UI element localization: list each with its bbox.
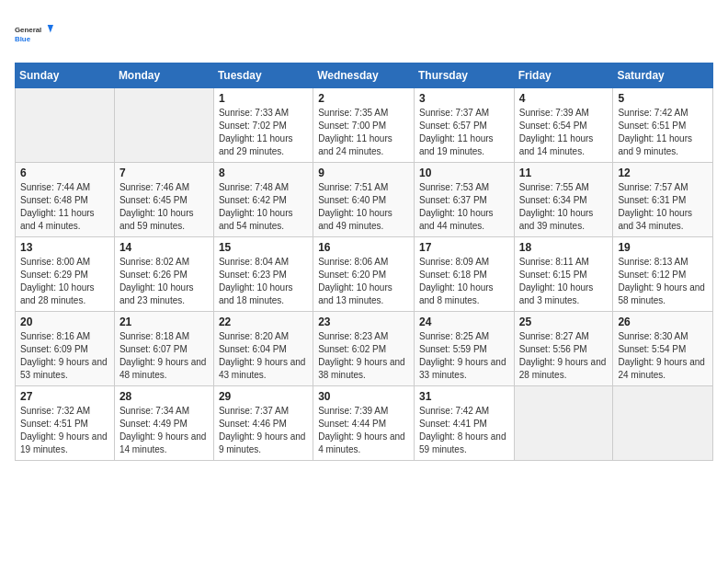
calendar-cell [514,386,613,461]
day-of-week-header: Monday [114,63,213,88]
calendar-cell: 18Sunrise: 8:11 AMSunset: 6:15 PMDayligh… [514,237,613,312]
calendar-cell [613,386,713,461]
day-number: 27 [20,390,109,403]
calendar-cell: 16Sunrise: 8:06 AMSunset: 6:20 PMDayligh… [313,237,415,312]
day-info: Sunrise: 7:53 AMSunset: 6:37 PMDaylight:… [419,181,509,233]
calendar-cell [16,88,115,163]
calendar-cell: 19Sunrise: 8:13 AMSunset: 6:12 PMDayligh… [613,237,713,312]
day-number: 9 [318,167,409,179]
svg-text:Blue: Blue [15,35,31,43]
day-number: 31 [419,390,509,403]
calendar-cell: 2Sunrise: 7:35 AMSunset: 7:00 PMDaylight… [313,88,415,163]
day-info: Sunrise: 8:06 AMSunset: 6:20 PMDaylight:… [318,256,409,307]
calendar-cell: 15Sunrise: 8:04 AMSunset: 6:23 PMDayligh… [213,237,313,312]
day-number: 19 [618,241,708,254]
calendar-cell: 31Sunrise: 7:42 AMSunset: 4:41 PMDayligh… [414,386,514,461]
svg-text:General: General [15,26,41,34]
calendar-cell: 28Sunrise: 7:34 AMSunset: 4:49 PMDayligh… [114,386,213,461]
day-info: Sunrise: 8:25 AMSunset: 5:59 PMDaylight:… [419,330,509,382]
day-info: Sunrise: 8:20 AMSunset: 6:04 PMDaylight:… [219,330,308,382]
calendar-table: SundayMondayTuesdayWednesdayThursdayFrid… [15,63,713,461]
day-number: 22 [219,316,308,328]
calendar-cell: 4Sunrise: 7:39 AMSunset: 6:54 PMDaylight… [514,88,613,163]
calendar-cell: 14Sunrise: 8:02 AMSunset: 6:26 PMDayligh… [114,237,213,312]
day-info: Sunrise: 8:30 AMSunset: 5:54 PMDaylight:… [618,330,708,382]
day-number: 23 [318,316,409,328]
day-info: Sunrise: 8:09 AMSunset: 6:18 PMDaylight:… [419,256,509,307]
day-info: Sunrise: 8:18 AMSunset: 6:07 PMDaylight:… [119,330,209,382]
calendar-cell [114,88,213,163]
day-number: 20 [20,316,109,328]
day-info: Sunrise: 8:04 AMSunset: 6:23 PMDaylight:… [219,256,308,307]
day-number: 5 [618,92,708,105]
day-info: Sunrise: 7:34 AMSunset: 4:49 PMDaylight:… [119,405,209,456]
day-info: Sunrise: 8:11 AMSunset: 6:15 PMDaylight:… [519,256,609,307]
day-number: 6 [20,167,109,179]
day-info: Sunrise: 7:33 AMSunset: 7:02 PMDaylight:… [219,107,308,158]
day-info: Sunrise: 8:27 AMSunset: 5:56 PMDaylight:… [519,330,609,382]
day-of-week-header: Sunday [16,63,115,88]
day-number: 8 [219,167,308,179]
calendar-cell: 26Sunrise: 8:30 AMSunset: 5:54 PMDayligh… [613,312,713,386]
calendar-cell: 10Sunrise: 7:53 AMSunset: 6:37 PMDayligh… [414,163,514,237]
day-info: Sunrise: 7:46 AMSunset: 6:45 PMDaylight:… [119,181,209,233]
calendar-cell: 20Sunrise: 8:16 AMSunset: 6:09 PMDayligh… [16,312,115,386]
day-info: Sunrise: 8:00 AMSunset: 6:29 PMDaylight:… [20,256,109,307]
day-number: 15 [219,241,308,254]
logo-svg: General Blue [15,15,53,53]
calendar-cell: 13Sunrise: 8:00 AMSunset: 6:29 PMDayligh… [16,237,115,312]
day-number: 28 [119,390,209,403]
day-info: Sunrise: 7:57 AMSunset: 6:31 PMDaylight:… [618,181,708,233]
day-number: 7 [119,167,209,179]
calendar-cell: 7Sunrise: 7:46 AMSunset: 6:45 PMDaylight… [114,163,213,237]
day-of-week-header: Wednesday [313,63,415,88]
day-number: 18 [519,241,609,254]
day-number: 30 [318,390,409,403]
day-of-week-header: Saturday [613,63,713,88]
calendar-week-row: 1Sunrise: 7:33 AMSunset: 7:02 PMDaylight… [16,88,713,163]
day-of-week-header: Tuesday [213,63,313,88]
day-info: Sunrise: 8:02 AMSunset: 6:26 PMDaylight:… [119,256,209,307]
calendar-cell: 11Sunrise: 7:55 AMSunset: 6:34 PMDayligh… [514,163,613,237]
day-info: Sunrise: 7:48 AMSunset: 6:42 PMDaylight:… [219,181,308,233]
day-info: Sunrise: 7:37 AMSunset: 6:57 PMDaylight:… [419,107,509,158]
calendar-header-row: SundayMondayTuesdayWednesdayThursdayFrid… [16,63,713,88]
calendar-cell: 8Sunrise: 7:48 AMSunset: 6:42 PMDaylight… [213,163,313,237]
day-number: 24 [419,316,509,328]
day-number: 26 [618,316,708,328]
calendar-cell: 6Sunrise: 7:44 AMSunset: 6:48 PMDaylight… [16,163,115,237]
calendar-cell: 24Sunrise: 8:25 AMSunset: 5:59 PMDayligh… [414,312,514,386]
day-number: 16 [318,241,409,254]
calendar-cell: 9Sunrise: 7:51 AMSunset: 6:40 PMDaylight… [313,163,415,237]
day-info: Sunrise: 8:13 AMSunset: 6:12 PMDaylight:… [618,256,708,307]
calendar-cell: 1Sunrise: 7:33 AMSunset: 7:02 PMDaylight… [213,88,313,163]
calendar-cell: 21Sunrise: 8:18 AMSunset: 6:07 PMDayligh… [114,312,213,386]
logo: General Blue [15,15,53,53]
day-number: 17 [419,241,509,254]
calendar-cell: 22Sunrise: 8:20 AMSunset: 6:04 PMDayligh… [213,312,313,386]
calendar-cell: 30Sunrise: 7:39 AMSunset: 4:44 PMDayligh… [313,386,415,461]
calendar-cell: 27Sunrise: 7:32 AMSunset: 4:51 PMDayligh… [16,386,115,461]
day-info: Sunrise: 7:35 AMSunset: 7:00 PMDaylight:… [318,107,409,158]
calendar-week-row: 13Sunrise: 8:00 AMSunset: 6:29 PMDayligh… [16,237,713,312]
calendar-cell: 12Sunrise: 7:57 AMSunset: 6:31 PMDayligh… [613,163,713,237]
calendar-cell: 23Sunrise: 8:23 AMSunset: 6:02 PMDayligh… [313,312,415,386]
day-number: 3 [419,92,509,105]
day-number: 2 [318,92,409,105]
calendar-cell: 3Sunrise: 7:37 AMSunset: 6:57 PMDaylight… [414,88,514,163]
day-info: Sunrise: 7:39 AMSunset: 6:54 PMDaylight:… [519,107,609,158]
day-number: 25 [519,316,609,328]
page-header: General Blue [15,15,713,53]
calendar-week-row: 6Sunrise: 7:44 AMSunset: 6:48 PMDaylight… [16,163,713,237]
day-number: 21 [119,316,209,328]
day-number: 29 [219,390,308,403]
day-number: 1 [219,92,308,105]
day-info: Sunrise: 7:42 AMSunset: 4:41 PMDaylight:… [419,405,509,456]
calendar-cell: 29Sunrise: 7:37 AMSunset: 4:46 PMDayligh… [213,386,313,461]
calendar-week-row: 27Sunrise: 7:32 AMSunset: 4:51 PMDayligh… [16,386,713,461]
day-number: 13 [20,241,109,254]
svg-marker-1 [48,25,53,32]
day-number: 4 [519,92,609,105]
calendar-cell: 25Sunrise: 8:27 AMSunset: 5:56 PMDayligh… [514,312,613,386]
day-number: 10 [419,167,509,179]
